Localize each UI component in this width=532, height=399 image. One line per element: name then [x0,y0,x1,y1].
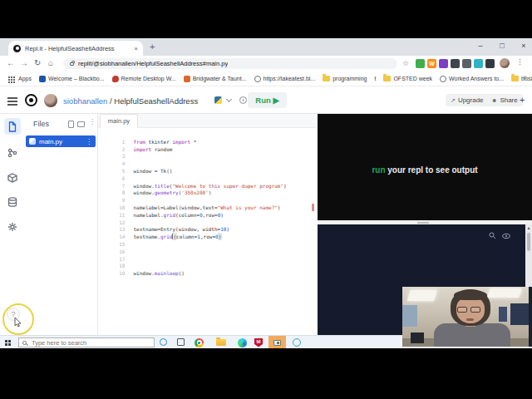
bookmark-item[interactable]: Welcome – Blackbo... [39,76,105,82]
bookmark-item[interactable]: Remote Desktop W... [112,76,176,82]
camera-app-icon [273,340,281,346]
active-app-button[interactable] [268,336,286,348]
extension-puzzle-icon[interactable] [485,59,495,68]
extension-purple-icon[interactable] [439,59,448,68]
code-text: namelabel.grid(column=0,row=0) [133,212,223,218]
terminal-eye-icon[interactable] [502,228,510,243]
new-tab-button[interactable]: + [150,42,155,52]
url-bar[interactable]: replit/@siobhanallen/HelpfulSeashellAddr… [63,58,397,69]
chevron-down-icon[interactable] [226,96,232,102]
bookmark-label: OFSTED week [393,76,432,81]
chrome-taskbar-icon[interactable] [195,338,204,347]
editor-tab-mainpy[interactable]: main.py [100,114,138,128]
extension-grid-icon[interactable] [462,59,471,68]
hamburger-menu-icon[interactable] [7,97,17,107]
breadcrumb-username[interactable]: siobhanallen [63,96,107,106]
window-maximize-button[interactable]: □ [495,40,509,52]
line-number: 13 [111,226,125,234]
bookmark-item[interactable]: programming [323,76,367,81]
files-menu-icon[interactable]: ⋮ [89,118,96,126]
upgrade-button[interactable]: ↗ Upgrade [446,94,489,106]
settings-gear-icon[interactable] [4,219,21,235]
terminal-search-icon[interactable] [489,228,496,243]
bookmarks-bar: Apps Welcome – Blackbo... Remote Desktop… [0,71,532,86]
bookmarks-overflow-icon[interactable]: » [523,73,527,81]
lock-icon [70,62,74,66]
terminal-line [322,249,526,256]
tab-close-icon[interactable]: × [134,45,138,52]
browser-tab[interactable]: Repl.it - HelpfulSeashellAddress × [8,41,143,56]
edge-icon[interactable] [238,338,247,347]
database-icon[interactable] [4,194,21,210]
add-file-icon[interactable] [68,121,74,128]
extension-dark-icon[interactable] [451,59,460,68]
start-button-icon[interactable] [5,340,7,342]
ceiling-light [487,288,522,298]
code-line[interactable]: 1from tkinter import * [100,131,287,139]
bookmark-item[interactable]: Apps [7,76,32,81]
run-button[interactable]: Run ▶ [248,92,287,108]
bookmark-item[interactable]: Worked Answers to... [440,76,504,82]
line-number: 18 [111,263,125,270]
window-close-button[interactable]: × [517,40,530,52]
bookmark-item[interactable]: OFSTED week [383,76,432,81]
header-plus-icon[interactable]: + [520,95,525,105]
files-icon[interactable] [4,118,21,135]
bookmark-item[interactable]: https://takeatest.bl... [254,76,316,82]
webcam-monitor [411,332,424,343]
teal-app-icon[interactable] [293,338,301,347]
file-menu-icon[interactable]: ⋮ [86,138,92,145]
user-avatar[interactable] [44,94,57,107]
task-view-icon[interactable] [177,338,185,346]
bookmark-star-icon[interactable]: ☆ [402,59,409,67]
rocket-icon: ↗ [451,97,456,104]
code-text: import random [133,146,172,152]
line-number: 10 [111,204,125,212]
share-button[interactable]: ☻ Share [486,94,523,106]
refresh-icon[interactable]: ↻ [34,58,41,67]
search-input[interactable] [30,338,138,347]
taskbar-search[interactable] [18,337,155,347]
console-run-word: run [372,165,385,175]
browser-menu-icon[interactable]: ⋮ [516,57,524,66]
line-number: 6 [111,175,125,183]
search-icon [22,341,27,345]
code-text: textname.grid(column=1,row=0) [133,234,221,239]
breadcrumb-project[interactable]: HelpfulSeashellAddress [114,96,198,106]
browser-profile-avatar[interactable] [500,58,510,68]
history-icon[interactable] [239,96,247,104]
code-area[interactable]: 1from tkinter import * 2import random 3 … [100,131,287,270]
code-editor[interactable]: main.py 1from tkinter import * 2import r… [98,114,316,335]
webcam-glasses [457,307,467,313]
bookmark-item[interactable]: t [374,76,376,81]
python-language-icon [214,96,222,104]
line-number: 8 [111,190,125,197]
bookmark-item[interactable]: business case studi... [511,76,532,81]
file-item-mainpy[interactable]: main.py ⋮ [26,135,96,147]
back-icon[interactable]: ← [7,58,15,67]
version-control-icon[interactable] [4,145,21,161]
window-minimize-button[interactable]: – [474,40,487,52]
bookmark-label: Welcome – Blackbo... [48,76,105,81]
replit-logo-icon[interactable] [25,94,37,106]
breadcrumb: siobhanallen / HelpfulSeashellAddress [63,96,198,106]
bookmark-icon [383,76,391,81]
home-icon[interactable]: ⌂ [48,58,53,67]
forward-icon[interactable]: → [20,58,28,67]
packages-icon[interactable] [4,170,21,186]
add-folder-icon[interactable] [77,121,85,127]
output-console: run your repl to see output [318,114,532,220]
extension-green-icon[interactable] [416,59,425,68]
bookmark-item[interactable]: Bridgwater & Taunt... [184,76,247,82]
file-explorer-icon[interactable] [216,339,226,346]
extension-teal-icon[interactable] [474,59,483,68]
bookmark-icon [254,76,261,82]
scrollbar-up-icon[interactable]: ▲ [527,225,531,230]
desktop-screen: Repl.it - HelpfulSeashellAddress × + – □… [0,38,532,348]
scrollbar-thumb[interactable] [527,233,530,251]
extension-w-icon[interactable]: W [427,59,436,68]
url-text[interactable]: replit/@siobhanallen/HelpfulSeashellAddr… [78,60,228,67]
terminal-line [322,263,526,269]
mcafee-icon[interactable] [254,338,263,347]
cortana-icon[interactable] [160,338,167,346]
